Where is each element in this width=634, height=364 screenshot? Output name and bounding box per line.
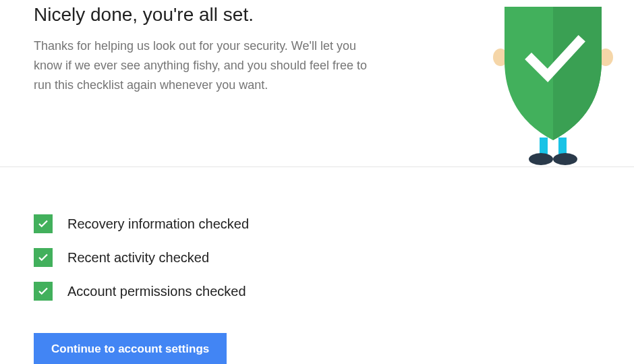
checklist-item-label: Account permissions checked <box>67 284 246 299</box>
page-title: Nicely done, you're all set. <box>34 4 411 26</box>
header-text-block: Nicely done, you're all set. Thanks for … <box>34 0 411 166</box>
svg-point-5 <box>553 153 577 165</box>
shield-character-illustration <box>486 0 621 170</box>
check-icon <box>34 282 53 301</box>
page-subtitle: Thanks for helping us look out for your … <box>34 36 384 94</box>
checklist-item-recovery: Recovery information checked <box>34 214 634 233</box>
checklist-item-permissions: Account permissions checked <box>34 282 634 301</box>
header-section: Nicely done, you're all set. Thanks for … <box>0 0 634 167</box>
svg-point-4 <box>529 153 553 165</box>
continue-button[interactable]: Continue to account settings <box>34 333 227 364</box>
checklist-item-label: Recovery information checked <box>67 216 249 232</box>
shield-check-icon <box>486 0 621 167</box>
checklist-item-activity: Recent activity checked <box>34 248 634 267</box>
checklist-item-label: Recent activity checked <box>67 250 209 266</box>
checklist-section: Recovery information checked Recent acti… <box>0 167 634 364</box>
check-icon <box>34 214 53 233</box>
check-icon <box>34 248 53 267</box>
